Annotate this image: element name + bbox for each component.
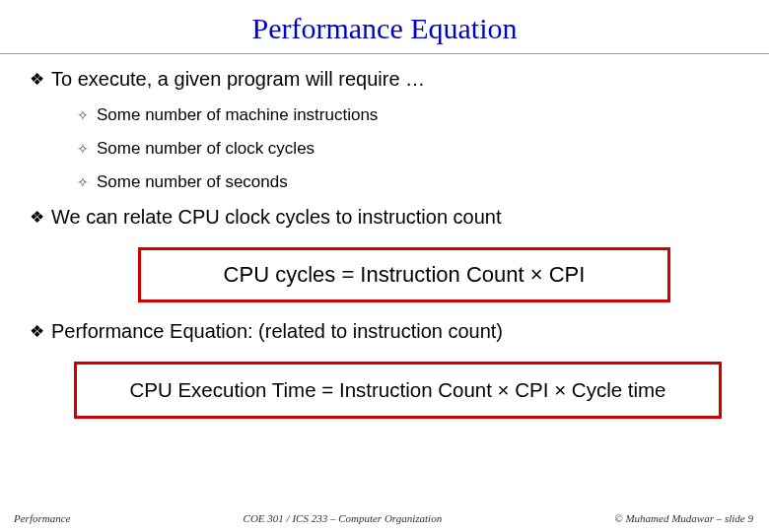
diamond-icon: ❖ — [30, 206, 44, 230]
diamond-icon: ❖ — [30, 68, 44, 92]
bullet-text: Performance Equation: (related to instru… — [51, 320, 503, 343]
slide-footer: Performance COE 301 / ICS 233 – Computer… — [0, 512, 769, 524]
sub-bullet-text: Some number of seconds — [97, 172, 288, 192]
formula-box: CPU Execution Time = Instruction Count ×… — [74, 362, 722, 419]
sub-bullet-item: ✧ Some number of machine instructions — [77, 105, 749, 125]
slide-title: Performance Equation — [0, 0, 769, 53]
sub-bullet-text: Some number of machine instructions — [97, 105, 378, 125]
bullet-item: ❖ Performance Equation: (related to inst… — [30, 320, 749, 344]
cross-icon: ✧ — [77, 105, 89, 125]
footer-right: © Muhamed Mudawar – slide 9 — [614, 512, 753, 524]
bullet-text: We can relate CPU clock cycles to instru… — [51, 206, 501, 229]
diamond-icon: ❖ — [30, 320, 44, 344]
slide-content: ❖ To execute, a given program will requi… — [0, 68, 769, 419]
sub-bullet-item: ✧ Some number of seconds — [77, 172, 749, 192]
sub-bullet-group: ✧ Some number of machine instructions ✧ … — [77, 105, 749, 192]
bullet-item: ❖ To execute, a given program will requi… — [30, 68, 749, 92]
footer-left: Performance — [14, 512, 70, 524]
cross-icon: ✧ — [77, 139, 89, 159]
formula-box: CPU cycles = Instruction Count × CPI — [138, 247, 670, 302]
title-divider — [0, 53, 769, 54]
footer-center: COE 301 / ICS 233 – Computer Organizatio… — [244, 512, 443, 524]
sub-bullet-item: ✧ Some number of clock cycles — [77, 139, 749, 159]
bullet-item: ❖ We can relate CPU clock cycles to inst… — [30, 206, 749, 230]
cross-icon: ✧ — [77, 172, 89, 192]
bullet-text: To execute, a given program will require… — [51, 68, 425, 91]
sub-bullet-text: Some number of clock cycles — [97, 139, 315, 159]
